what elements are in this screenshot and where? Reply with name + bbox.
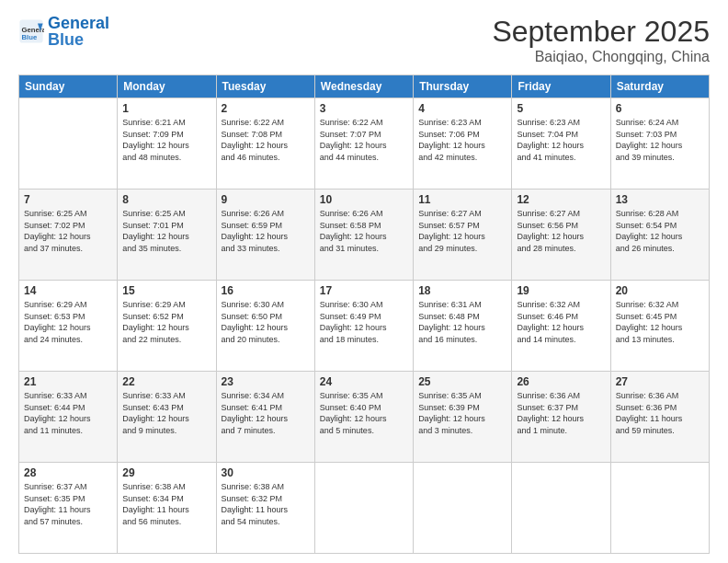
day-number: 25: [418, 375, 506, 388]
header-wednesday: Wednesday: [314, 75, 413, 98]
calendar-cell: 22Sunrise: 6:33 AM Sunset: 6:43 PM Dayli…: [118, 372, 216, 463]
header-saturday: Saturday: [610, 75, 709, 98]
calendar-cell: 20Sunrise: 6:32 AM Sunset: 6:45 PM Dayli…: [610, 281, 709, 372]
calendar-header-row: Sunday Monday Tuesday Wednesday Thursday…: [19, 75, 710, 98]
calendar-cell: 2Sunrise: 6:22 AM Sunset: 7:08 PM Daylig…: [216, 98, 314, 190]
calendar-cell: [512, 463, 610, 554]
calendar-cell: [314, 463, 413, 554]
month-title: September 2025: [492, 15, 710, 49]
calendar-cell: 6Sunrise: 6:24 AM Sunset: 7:03 PM Daylig…: [610, 98, 709, 190]
day-info: Sunrise: 6:23 AM Sunset: 7:04 PM Dayligh…: [517, 117, 605, 163]
calendar-cell: 16Sunrise: 6:30 AM Sunset: 6:50 PM Dayli…: [216, 281, 314, 372]
day-info: Sunrise: 6:36 AM Sunset: 6:36 PM Dayligh…: [616, 390, 704, 436]
calendar-cell: [610, 463, 709, 554]
calendar-cell: 11Sunrise: 6:27 AM Sunset: 6:57 PM Dayli…: [414, 190, 512, 281]
day-info: Sunrise: 6:22 AM Sunset: 7:08 PM Dayligh…: [222, 117, 310, 163]
day-number: 24: [320, 375, 408, 388]
day-number: 21: [24, 375, 112, 388]
calendar-cell: 19Sunrise: 6:32 AM Sunset: 6:46 PM Dayli…: [512, 281, 610, 372]
day-number: 14: [24, 284, 112, 297]
day-number: 4: [418, 102, 506, 115]
day-info: Sunrise: 6:24 AM Sunset: 7:03 PM Dayligh…: [616, 117, 704, 163]
calendar-cell: 15Sunrise: 6:29 AM Sunset: 6:52 PM Dayli…: [118, 281, 216, 372]
calendar-cell: 5Sunrise: 6:23 AM Sunset: 7:04 PM Daylig…: [512, 98, 610, 190]
calendar-cell: 21Sunrise: 6:33 AM Sunset: 6:44 PM Dayli…: [19, 372, 118, 463]
calendar-cell: 28Sunrise: 6:37 AM Sunset: 6:35 PM Dayli…: [19, 463, 118, 554]
calendar-cell: 3Sunrise: 6:22 AM Sunset: 7:07 PM Daylig…: [314, 98, 413, 190]
calendar-cell: 25Sunrise: 6:35 AM Sunset: 6:39 PM Dayli…: [414, 372, 512, 463]
day-info: Sunrise: 6:27 AM Sunset: 6:57 PM Dayligh…: [418, 208, 506, 254]
day-info: Sunrise: 6:25 AM Sunset: 7:02 PM Dayligh…: [24, 208, 112, 254]
calendar-cell: 18Sunrise: 6:31 AM Sunset: 6:48 PM Dayli…: [414, 281, 512, 372]
day-info: Sunrise: 6:28 AM Sunset: 6:54 PM Dayligh…: [616, 208, 704, 254]
day-info: Sunrise: 6:32 AM Sunset: 6:45 PM Dayligh…: [616, 299, 704, 345]
day-info: Sunrise: 6:36 AM Sunset: 6:37 PM Dayligh…: [517, 390, 605, 436]
day-info: Sunrise: 6:35 AM Sunset: 6:40 PM Dayligh…: [320, 390, 408, 436]
calendar-week-5: 28Sunrise: 6:37 AM Sunset: 6:35 PM Dayli…: [19, 463, 710, 554]
day-info: Sunrise: 6:38 AM Sunset: 6:34 PM Dayligh…: [122, 481, 210, 527]
day-number: 8: [122, 193, 210, 206]
calendar-cell: [414, 463, 512, 554]
calendar-cell: 7Sunrise: 6:25 AM Sunset: 7:02 PM Daylig…: [19, 190, 118, 281]
day-number: 28: [24, 466, 112, 479]
calendar-cell: 26Sunrise: 6:36 AM Sunset: 6:37 PM Dayli…: [512, 372, 610, 463]
calendar-cell: 4Sunrise: 6:23 AM Sunset: 7:06 PM Daylig…: [414, 98, 512, 190]
calendar-week-2: 7Sunrise: 6:25 AM Sunset: 7:02 PM Daylig…: [19, 190, 710, 281]
day-number: 6: [616, 102, 704, 115]
day-number: 11: [418, 193, 506, 206]
day-info: Sunrise: 6:29 AM Sunset: 6:53 PM Dayligh…: [24, 299, 112, 345]
day-info: Sunrise: 6:22 AM Sunset: 7:07 PM Dayligh…: [320, 117, 408, 163]
day-number: 22: [122, 375, 210, 388]
day-info: Sunrise: 6:38 AM Sunset: 6:32 PM Dayligh…: [222, 481, 310, 527]
day-number: 27: [616, 375, 704, 388]
calendar-cell: 1Sunrise: 6:21 AM Sunset: 7:09 PM Daylig…: [118, 98, 216, 190]
calendar-cell: 30Sunrise: 6:38 AM Sunset: 6:32 PM Dayli…: [216, 463, 314, 554]
day-info: Sunrise: 6:31 AM Sunset: 6:48 PM Dayligh…: [418, 299, 506, 345]
calendar-cell: 23Sunrise: 6:34 AM Sunset: 6:41 PM Dayli…: [216, 372, 314, 463]
day-number: 10: [320, 193, 408, 206]
day-info: Sunrise: 6:34 AM Sunset: 6:41 PM Dayligh…: [222, 390, 310, 436]
calendar-cell: 13Sunrise: 6:28 AM Sunset: 6:54 PM Dayli…: [610, 190, 709, 281]
day-number: 23: [222, 375, 310, 388]
calendar-table: Sunday Monday Tuesday Wednesday Thursday…: [18, 75, 710, 554]
day-number: 5: [517, 102, 605, 115]
calendar-cell: 8Sunrise: 6:25 AM Sunset: 7:01 PM Daylig…: [118, 190, 216, 281]
page: General Blue General Blue September 2025…: [0, 0, 728, 563]
calendar-cell: 10Sunrise: 6:26 AM Sunset: 6:58 PM Dayli…: [314, 190, 413, 281]
day-info: Sunrise: 6:30 AM Sunset: 6:49 PM Dayligh…: [320, 299, 408, 345]
calendar-cell: 12Sunrise: 6:27 AM Sunset: 6:56 PM Dayli…: [512, 190, 610, 281]
day-number: 1: [122, 102, 210, 115]
day-info: Sunrise: 6:26 AM Sunset: 6:59 PM Dayligh…: [222, 208, 310, 254]
calendar-cell: 17Sunrise: 6:30 AM Sunset: 6:49 PM Dayli…: [314, 281, 413, 372]
header-friday: Friday: [512, 75, 610, 98]
general-blue-icon: General Blue: [18, 18, 44, 44]
day-number: 12: [517, 193, 605, 206]
header-tuesday: Tuesday: [216, 75, 314, 98]
day-number: 16: [222, 284, 310, 297]
day-number: 7: [24, 193, 112, 206]
day-info: Sunrise: 6:33 AM Sunset: 6:43 PM Dayligh…: [122, 390, 210, 436]
day-number: 15: [122, 284, 210, 297]
day-number: 19: [517, 284, 605, 297]
calendar-cell: 27Sunrise: 6:36 AM Sunset: 6:36 PM Dayli…: [610, 372, 709, 463]
header-thursday: Thursday: [414, 75, 512, 98]
day-number: 26: [517, 375, 605, 388]
day-info: Sunrise: 6:30 AM Sunset: 6:50 PM Dayligh…: [222, 299, 310, 345]
title-block: September 2025 Baiqiao, Chongqing, China: [492, 15, 710, 65]
calendar-cell: [19, 98, 118, 190]
day-number: 13: [616, 193, 704, 206]
day-info: Sunrise: 6:23 AM Sunset: 7:06 PM Dayligh…: [418, 117, 506, 163]
calendar-week-4: 21Sunrise: 6:33 AM Sunset: 6:44 PM Dayli…: [19, 372, 710, 463]
calendar-cell: 24Sunrise: 6:35 AM Sunset: 6:40 PM Dayli…: [314, 372, 413, 463]
header: General Blue General Blue September 2025…: [18, 15, 710, 65]
day-number: 17: [320, 284, 408, 297]
day-info: Sunrise: 6:35 AM Sunset: 6:39 PM Dayligh…: [418, 390, 506, 436]
day-number: 30: [222, 466, 310, 479]
day-info: Sunrise: 6:29 AM Sunset: 6:52 PM Dayligh…: [122, 299, 210, 345]
day-number: 9: [222, 193, 310, 206]
location: Baiqiao, Chongqing, China: [492, 49, 710, 65]
calendar-week-3: 14Sunrise: 6:29 AM Sunset: 6:53 PM Dayli…: [19, 281, 710, 372]
logo-blue: Blue: [48, 31, 109, 48]
calendar-cell: 29Sunrise: 6:38 AM Sunset: 6:34 PM Dayli…: [118, 463, 216, 554]
day-info: Sunrise: 6:33 AM Sunset: 6:44 PM Dayligh…: [24, 390, 112, 436]
